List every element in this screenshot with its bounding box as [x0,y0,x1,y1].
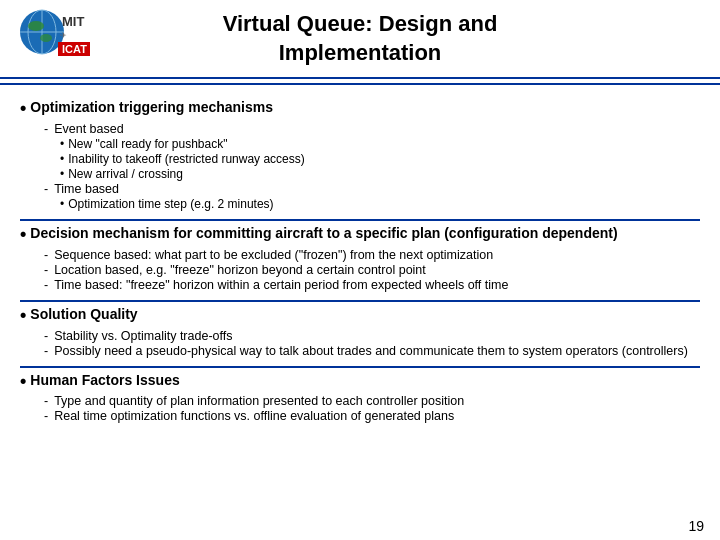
slide-title: Virtual Queue: Design and Implementation [223,10,498,67]
divider-3 [20,366,700,368]
sub-item-timebased: - Time based: "freeze" horizon within a … [44,278,700,292]
sub-sub-item-2: Inability to takeoff (restricted runway … [60,152,700,166]
page-number: 19 [688,518,704,534]
svg-text:✈: ✈ [60,31,67,40]
sub-item-event: - Event based [44,122,700,136]
optimization-sublist: - Event based New "call ready for pushba… [44,122,700,211]
time-subsublist: Optimization time step (e.g. 2 minutes) [60,197,700,211]
human-sublist: - Type and quantity of plan information … [44,394,700,423]
header-divider [0,83,720,85]
section-human: Human Factors Issues - Type and quantity… [20,372,700,424]
svg-point-3 [28,21,44,31]
svg-text:MIT: MIT [62,14,84,29]
bullet-optimization: Optimization triggering mechanisms [20,99,700,119]
sub-item-pseudo: - Possibly need a pseudo-physical way to… [44,344,700,358]
divider-2 [20,300,700,302]
decision-sublist: - Sequence based: what part to be exclud… [44,248,700,292]
sub-item-stability: - Stability vs. Optimality trade-offs [44,329,700,343]
sub-item-type: - Type and quantity of plan information … [44,394,700,408]
slide-content: Optimization triggering mechanisms - Eve… [0,89,720,437]
sub-sub-item-1: New "call ready for pushback" [60,137,700,151]
title-line2: Implementation [223,39,498,68]
bullet-human: Human Factors Issues [20,372,700,392]
sub-sub-item-time-1: Optimization time step (e.g. 2 minutes) [60,197,700,211]
section-optimization: Optimization triggering mechanisms - Eve… [20,99,700,211]
svg-point-4 [40,34,52,42]
solution-sublist: - Stability vs. Optimality trade-offs - … [44,329,700,358]
sub-item-location: - Location based, e.g. "freeze" horizon … [44,263,700,277]
sub-item-sequence: - Sequence based: what part to be exclud… [44,248,700,262]
sub-item-time: - Time based [44,182,700,196]
mit-icat-logo: MIT ✈ ICAT [14,6,94,62]
logo-area: MIT ✈ ICAT [14,6,94,61]
svg-text:ICAT: ICAT [62,43,87,55]
event-subsublist: New "call ready for pushback" Inability … [60,137,700,181]
title-line1: Virtual Queue: Design and [223,10,498,39]
section-solution: Solution Quality - Stability vs. Optimal… [20,306,700,358]
divider-1 [20,219,700,221]
sub-sub-item-3: New arrival / crossing [60,167,700,181]
bullet-decision: Decision mechanism for committing aircra… [20,225,700,245]
bullet-solution: Solution Quality [20,306,700,326]
sub-item-realtime: - Real time optimization functions vs. o… [44,409,700,423]
section-decision: Decision mechanism for committing aircra… [20,225,700,292]
slide-header: MIT ✈ ICAT Virtual Queue: Design and Imp… [0,0,720,79]
